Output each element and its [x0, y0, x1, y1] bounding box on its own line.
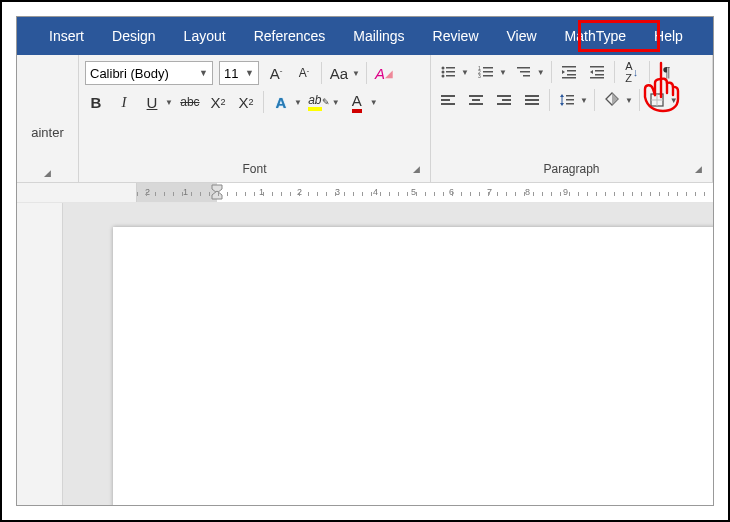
tab-mailings[interactable]: Mailings [339, 17, 418, 55]
separator [366, 62, 367, 84]
borders-button[interactable] [646, 89, 668, 111]
highlight-color-button[interactable]: ab✎ [308, 91, 330, 113]
bold-button[interactable]: B [85, 91, 107, 113]
svg-rect-34 [525, 95, 539, 97]
tab-help[interactable]: Help [640, 17, 697, 55]
multilevel-list-button[interactable] [513, 61, 535, 83]
clipboard-dialog-launcher-icon[interactable]: ◢ [44, 168, 51, 178]
separator [649, 61, 650, 83]
svg-rect-30 [469, 103, 483, 105]
paragraph-section: ▼ 123 ▼ ▼ [431, 55, 713, 182]
svg-rect-23 [590, 77, 604, 79]
chevron-down-icon[interactable]: ▼ [537, 68, 545, 77]
separator [594, 89, 595, 111]
svg-marker-24 [590, 70, 593, 74]
format-painter-label: ainter [31, 125, 64, 140]
svg-rect-38 [562, 96, 563, 104]
font-section-label: Font [242, 162, 266, 176]
tab-view[interactable]: View [493, 17, 551, 55]
paragraph-section-label: Paragraph [543, 162, 599, 176]
font-size-combo[interactable]: 11 ▼ [219, 61, 259, 85]
show-hide-pilcrow-button[interactable]: ¶ [656, 61, 678, 83]
chevron-down-icon[interactable]: ▼ [580, 96, 588, 105]
numbering-button[interactable]: 123 [475, 61, 497, 83]
chevron-down-icon[interactable]: ▼ [370, 98, 378, 107]
increase-indent-button[interactable] [586, 61, 608, 83]
svg-rect-17 [567, 74, 576, 76]
bullets-button[interactable] [437, 61, 459, 83]
svg-rect-32 [502, 99, 511, 101]
svg-rect-15 [562, 66, 576, 68]
chevron-down-icon[interactable]: ▼ [670, 96, 678, 105]
document-page[interactable] [113, 227, 714, 506]
font-color-button[interactable]: A [346, 91, 368, 113]
svg-rect-20 [590, 66, 604, 68]
chevron-down-icon[interactable]: ▼ [165, 98, 173, 107]
chevron-down-icon: ▼ [199, 68, 208, 78]
svg-rect-12 [517, 67, 530, 69]
strikethrough-button[interactable]: abc [179, 91, 201, 113]
align-right-button[interactable] [493, 89, 515, 111]
horizontal-ruler[interactable]: 2 1 1 2 3 4 5 6 7 8 9 [137, 183, 713, 202]
svg-rect-5 [446, 75, 455, 77]
svg-point-4 [442, 75, 445, 78]
separator [549, 89, 550, 111]
tab-layout[interactable]: Layout [170, 17, 240, 55]
decrease-font-size-button[interactable]: Aˇ [293, 62, 315, 84]
svg-rect-41 [566, 99, 574, 101]
chevron-down-icon[interactable]: ▼ [294, 98, 302, 107]
tab-design[interactable]: Design [98, 17, 170, 55]
chevron-down-icon[interactable]: ▼ [352, 69, 360, 78]
svg-rect-28 [469, 95, 483, 97]
clear-formatting-button[interactable]: A◢ [373, 62, 395, 84]
subscript-button[interactable]: X2 [207, 91, 229, 113]
svg-rect-33 [497, 103, 511, 105]
left-gutter [17, 203, 63, 505]
text-effects-button[interactable]: A [270, 91, 292, 113]
svg-rect-16 [567, 70, 576, 72]
chevron-down-icon[interactable]: ▼ [625, 96, 633, 105]
font-dialog-launcher-icon[interactable]: ◢ [413, 164, 420, 174]
font-section: Calibri (Body) ▼ 11 ▼ Aˆ Aˇ Aa ▼ [79, 55, 431, 182]
font-family-combo[interactable]: Calibri (Body) ▼ [85, 61, 213, 85]
paragraph-dialog-launcher-icon[interactable]: ◢ [695, 164, 702, 174]
ribbon: ainter ◢ Calibri (Body) ▼ 11 ▼ [17, 55, 713, 183]
italic-button[interactable]: I [113, 91, 135, 113]
svg-rect-29 [472, 99, 480, 101]
svg-marker-39 [560, 103, 564, 106]
superscript-button[interactable]: X2 [235, 91, 257, 113]
svg-rect-25 [441, 95, 455, 97]
separator [639, 89, 640, 111]
ruler-number: 9 [563, 187, 568, 197]
increase-font-size-button[interactable]: Aˆ [265, 62, 287, 84]
svg-rect-18 [562, 77, 576, 79]
svg-rect-42 [566, 103, 574, 105]
svg-rect-26 [441, 99, 450, 101]
tab-insert[interactable]: Insert [35, 17, 98, 55]
align-center-button[interactable] [465, 89, 487, 111]
ruler-number: 1 [183, 187, 188, 197]
eraser-icon: ◢ [385, 68, 393, 79]
tab-references[interactable]: References [240, 17, 340, 55]
align-left-button[interactable] [437, 89, 459, 111]
pen-icon: ✎ [322, 97, 330, 107]
separator [551, 61, 552, 83]
chevron-down-icon[interactable]: ▼ [332, 98, 340, 107]
decrease-indent-button[interactable] [558, 61, 580, 83]
svg-rect-40 [566, 95, 574, 97]
svg-rect-7 [483, 67, 493, 69]
chevron-down-icon[interactable]: ▼ [461, 68, 469, 77]
justify-button[interactable] [521, 89, 543, 111]
chevron-down-icon[interactable]: ▼ [499, 68, 507, 77]
tab-review[interactable]: Review [419, 17, 493, 55]
svg-rect-21 [595, 70, 604, 72]
tab-mathtype[interactable]: MathType [551, 17, 640, 55]
shading-button[interactable] [601, 89, 623, 111]
change-case-button[interactable]: Aa [328, 62, 350, 84]
svg-text:3: 3 [478, 73, 481, 79]
sort-button[interactable]: AZ↓ [621, 61, 643, 83]
line-spacing-button[interactable] [556, 89, 578, 111]
svg-point-2 [442, 71, 445, 74]
separator [614, 61, 615, 83]
underline-button[interactable]: U [141, 91, 163, 113]
